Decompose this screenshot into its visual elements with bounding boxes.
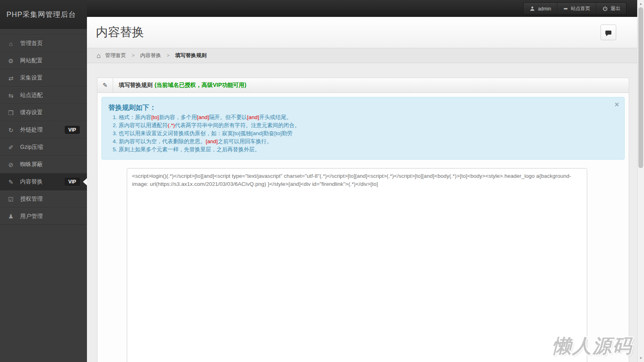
share-icon: ➦ bbox=[564, 6, 568, 11]
folder-icon: ❒ bbox=[6, 110, 15, 116]
retweet-icon: ⇄ bbox=[6, 75, 15, 81]
sidebar-item-label: 蜘蛛屏蔽 bbox=[20, 161, 43, 168]
panel-vip-note: (当前域名已授权，高级VIP功能可用) bbox=[155, 82, 246, 89]
sidebar-item-采集设置[interactable]: ⇄ 采集设置 bbox=[0, 69, 87, 86]
breadcrumb-separator: > bbox=[167, 53, 169, 58]
pencil-icon: ✎ bbox=[103, 82, 108, 89]
sidebar-item-授权管理[interactable]: ☑ 授权管理 bbox=[0, 190, 87, 208]
alert-close-icon[interactable]: × bbox=[615, 101, 619, 108]
sidebar-item-缓存设置[interactable]: ❒ 缓存设置 bbox=[0, 104, 87, 121]
sidebar: PHP采集网管理后台 ⌂ 管理首页 ⚙ 网站配置 ⇄ 采集设置 bbox=[0, 0, 87, 362]
alert-rules: 格式：原内容[to]新内容，多个用[and]隔开。但不要以[and]开头或结尾。… bbox=[108, 113, 612, 154]
sidebar-item-Gzip压缩[interactable]: ✐ Gzip压缩 bbox=[0, 138, 87, 156]
sidebar-item-内容替换[interactable]: ✎ 内容替换 VIP bbox=[0, 173, 87, 190]
scrollbar-thumb[interactable] bbox=[638, 7, 643, 168]
check-square-icon: ☑ bbox=[6, 196, 15, 202]
alert-rule: 新内容可以为空，代表删除的意思。[and]之前可以用回车换行。 bbox=[119, 138, 612, 146]
page-header: 内容替换 bbox=[87, 17, 637, 48]
panel-body: 替换规则如下： 格式：原内容[to]新内容，多个用[and]隔开。但不要以[an… bbox=[97, 93, 629, 362]
sidebar-item-网站配置[interactable]: ⚙ 网站配置 bbox=[0, 52, 87, 69]
feedback-button[interactable] bbox=[601, 25, 616, 40]
site-home-button[interactable]: ➦ 站点首页 bbox=[557, 3, 596, 14]
sidebar-item-label: 缓存设置 bbox=[20, 109, 43, 116]
sidebar-item-label: 授权管理 bbox=[20, 195, 43, 203]
scroll-up-arrow-icon[interactable]: ▲ bbox=[638, 2, 644, 6]
breadcrumb-separator: > bbox=[132, 53, 134, 58]
user-icon: ♟ bbox=[6, 213, 15, 219]
sidebar-item-label: Gzip压缩 bbox=[20, 144, 43, 151]
sidebar-item-管理首页[interactable]: ⌂ 管理首页 bbox=[0, 35, 87, 52]
power-icon bbox=[603, 6, 608, 11]
topbar: admin ➦ 站点首页 退出 bbox=[87, 0, 637, 17]
alert-rule: 格式：原内容[to]新内容，多个用[and]隔开。但不要以[and]开头或结尾。 bbox=[119, 113, 612, 121]
home-icon: ⌂ bbox=[97, 52, 101, 59]
breadcrumb-items: 管理首页>内容替换>填写替换规则 bbox=[105, 52, 206, 59]
rules-textarea[interactable] bbox=[127, 168, 587, 362]
main-content: 内容替换 ⌂ 管理首页>内容替换>填写替换规则 ✎ 填写替换规则 (当前域名已授… bbox=[87, 17, 637, 362]
logout-button[interactable]: 退出 bbox=[596, 3, 626, 14]
sidebar-item-label: 站点适配 bbox=[20, 92, 43, 99]
page-title: 内容替换 bbox=[87, 17, 637, 41]
sidebar-item-label: 管理首页 bbox=[20, 40, 43, 47]
app-root: PHP采集网管理后台 ⌂ 管理首页 ⚙ 网站配置 ⇄ 采集设置 bbox=[0, 17, 644, 362]
rules-panel: ✎ 填写替换规则 (当前域名已授权，高级VIP功能可用) 替换规则如下： 格式：… bbox=[97, 78, 629, 362]
alert-rule: 也可以用来设置近义词替换或伪原创，如：寂寞[to]孤独[and]勤奋[to]勤劳 bbox=[119, 130, 612, 138]
app-logo: PHP采集网管理后台 bbox=[0, 0, 87, 29]
topbar-button-group: admin ➦ 站点首页 退出 bbox=[523, 2, 627, 15]
breadcrumb: ⌂ 管理首页>内容替换>填写替换规则 bbox=[87, 48, 637, 63]
admin-user-button[interactable]: admin bbox=[524, 3, 557, 14]
sidebar-item-label: 采集设置 bbox=[20, 74, 43, 82]
refresh-icon: ↻ bbox=[6, 127, 15, 133]
vip-badge: VIP bbox=[65, 178, 80, 186]
panel-header: ✎ 填写替换规则 (当前域名已授权，高级VIP功能可用) bbox=[97, 78, 629, 93]
comment-bubble-icon bbox=[605, 31, 611, 35]
rules-alert: 替换规则如下： 格式：原内容[to]新内容，多个用[and]隔开。但不要以[an… bbox=[101, 97, 625, 160]
sidebar-item-用户管理[interactable]: ♟ 用户管理 bbox=[0, 208, 87, 225]
admin-user-label: admin bbox=[538, 6, 551, 12]
sidebar-menu: ⌂ 管理首页 ⚙ 网站配置 ⇄ 采集设置 ⇆ bbox=[0, 35, 87, 225]
breadcrumb-item[interactable]: 内容替换 bbox=[140, 52, 161, 58]
alert-title: 替换规则如下： bbox=[108, 103, 612, 112]
vip-badge: VIP bbox=[65, 126, 80, 134]
alert-rule: 原内容可以用通配符(.*)代表两字符串中间的所有字符。注意元素间的闭合。 bbox=[119, 121, 612, 130]
sidebar-item-label: 用户管理 bbox=[20, 213, 43, 220]
home-icon: ⌂ bbox=[6, 41, 15, 47]
sidebar-item-label: 网站配置 bbox=[20, 57, 43, 64]
gzip-icon: ✐ bbox=[6, 144, 15, 150]
panel-title: 填写替换规则 bbox=[119, 82, 153, 89]
panel-icon-cell: ✎ bbox=[97, 78, 113, 93]
gear-icon: ⚙ bbox=[6, 58, 15, 64]
scroll-down-arrow-icon[interactable]: ▼ bbox=[638, 356, 644, 360]
sidebar-item-label: 外链处理 bbox=[20, 126, 43, 134]
alert-rule: 原则上如果多个元素一样，先替换里层，之后再替换外层。 bbox=[119, 146, 612, 154]
logout-label: 退出 bbox=[611, 5, 620, 12]
sidebar-item-外链处理[interactable]: ↻ 外链处理 VIP bbox=[0, 121, 87, 138]
sidebar-item-label: 内容替换 bbox=[20, 178, 43, 185]
breadcrumb-item[interactable]: 管理首页 bbox=[105, 52, 126, 58]
sidebar-item-站点适配[interactable]: ⇆ 站点适配 bbox=[0, 86, 87, 104]
pencil-icon: ✎ bbox=[6, 179, 15, 185]
workspace: ✎ 填写替换规则 (当前域名已授权，高级VIP功能可用) 替换规则如下： 格式：… bbox=[87, 63, 637, 362]
sidebar-item-蜘蛛屏蔽[interactable]: ⊘ 蜘蛛屏蔽 bbox=[0, 156, 87, 173]
site-home-label: 站点首页 bbox=[571, 5, 590, 12]
user-icon bbox=[530, 6, 535, 11]
vertical-scrollbar[interactable]: ▲ ▼ bbox=[637, 0, 644, 362]
spider-block-icon: ⊘ bbox=[6, 162, 15, 168]
breadcrumb-item: 填写替换规则 bbox=[175, 52, 206, 58]
shuffle-icon: ⇆ bbox=[6, 93, 15, 99]
form-area bbox=[101, 168, 625, 362]
